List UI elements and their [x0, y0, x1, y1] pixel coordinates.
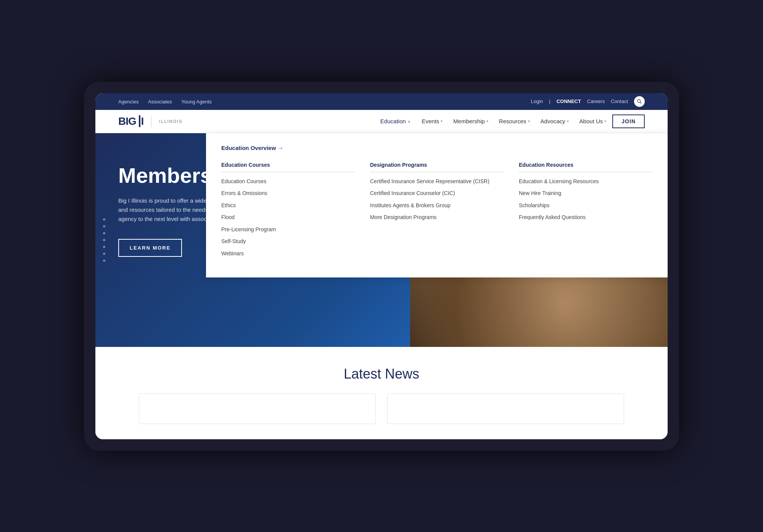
latest-news-section: Latest News	[95, 347, 668, 439]
link-pre-licensing[interactable]: Pre-Licensing Program	[221, 226, 276, 232]
list-item: New Hire Training	[519, 190, 652, 197]
link-webinars[interactable]: Webinars	[221, 250, 244, 256]
utility-divider: |	[549, 98, 550, 104]
dot-1	[103, 218, 105, 221]
dot-7	[103, 260, 105, 262]
utility-link-young-agents[interactable]: Young Agents	[181, 99, 212, 105]
search-button[interactable]	[634, 96, 645, 107]
main-nav: BIG I ILLINOIS Education ▲ Events ▾ Memb…	[95, 110, 668, 133]
utility-link-agencies[interactable]: Agencies	[118, 99, 138, 105]
list-item: Flood	[221, 214, 355, 221]
join-button[interactable]: JOIN	[612, 114, 645, 128]
chevron-down-icon: ▾	[567, 119, 569, 123]
link-self-study[interactable]: Self-Study	[221, 238, 246, 244]
hero-wrapper: Membership benefits. Big I Illinois is p…	[95, 133, 668, 347]
dropdown-col-heading-education-resources: Education Resources	[519, 162, 652, 172]
nav-label-membership: Membership	[453, 118, 485, 124]
link-education-licensing-resources[interactable]: Education & Licensing Resources	[519, 178, 599, 184]
nav-label-about-us: About Us	[579, 118, 603, 124]
link-institutes-agents-brokers[interactable]: Institutes Agents & Brokers Group	[370, 202, 451, 208]
hero-dots	[103, 218, 105, 262]
list-item: Certified Insurance Service Representati…	[370, 178, 504, 185]
link-cic[interactable]: Certified Insurance Counselor (CIC)	[370, 190, 455, 196]
chevron-down-icon: ▾	[528, 119, 530, 123]
list-item: Pre-Licensing Program	[221, 226, 355, 234]
dropdown-col-heading-designation-programs: Designation Programs	[370, 162, 504, 172]
utility-right-links: Login | CONNECT Careers Contact	[531, 96, 645, 107]
dot-5	[103, 246, 105, 248]
utility-link-careers[interactable]: Careers	[587, 98, 605, 104]
nav-links: Education ▲ Events ▾ Membership ▾ Resour…	[376, 114, 645, 128]
nav-item-membership[interactable]: Membership ▾	[449, 115, 493, 127]
news-card-2[interactable]	[387, 393, 624, 424]
education-dropdown: Education Overview → Education Courses E…	[206, 133, 668, 277]
list-item: Ethics	[221, 202, 355, 210]
nav-item-advocacy[interactable]: Advocacy ▾	[536, 115, 573, 127]
utility-link-contact[interactable]: Contact	[611, 98, 628, 104]
designation-programs-list: Certified Insurance Service Representati…	[370, 178, 504, 221]
nav-item-resources[interactable]: Resources ▾	[494, 115, 534, 127]
dropdown-col-education-resources: Education Resources Education & Licensin…	[519, 162, 652, 262]
list-item: Certified Insurance Counselor (CIC)	[370, 190, 504, 197]
svg-line-1	[640, 102, 641, 103]
utility-link-login[interactable]: Login	[531, 98, 543, 104]
news-cards	[118, 393, 645, 424]
list-item: Errors & Omissions	[221, 190, 355, 197]
logo-state: ILLINOIS	[159, 119, 182, 124]
browser-content: Agencies Associates Young Agents Login |…	[95, 93, 668, 439]
dot-6	[103, 253, 105, 255]
utility-left-links: Agencies Associates Young Agents	[118, 98, 219, 105]
education-courses-list: Education Courses Errors & Omissions Eth…	[221, 178, 355, 258]
dropdown-overview-link[interactable]: Education Overview →	[221, 145, 652, 151]
list-item: Education & Licensing Resources	[519, 178, 652, 185]
list-item: Institutes Agents & Brokers Group	[370, 202, 504, 210]
logo-brand: BIG I	[118, 115, 143, 127]
nav-label-resources: Resources	[499, 118, 526, 124]
list-item: More Designation Programs	[370, 214, 504, 221]
dropdown-col-heading-education-courses: Education Courses	[221, 162, 355, 172]
dropdown-col-designation-programs: Designation Programs Certified Insurance…	[370, 162, 504, 262]
nav-item-about-us[interactable]: About Us ▾	[575, 115, 611, 127]
list-item: Scholarships	[519, 202, 652, 210]
chevron-down-icon: ▲	[407, 119, 411, 123]
latest-news-title: Latest News	[118, 366, 645, 382]
nav-label-advocacy: Advocacy	[541, 118, 565, 124]
hero-cta-button[interactable]: LEARN MORE	[118, 239, 182, 257]
dropdown-columns: Education Courses Education Courses Erro…	[221, 162, 652, 262]
chevron-down-icon: ▾	[441, 119, 443, 123]
utility-link-associates[interactable]: Associates	[148, 99, 172, 105]
chevron-down-icon: ▾	[604, 119, 606, 123]
nav-item-education[interactable]: Education ▲	[376, 115, 416, 127]
dot-2	[103, 225, 105, 227]
nav-label-events: Events	[422, 118, 439, 124]
logo[interactable]: BIG I ILLINOIS	[118, 115, 183, 127]
list-item: Frequently Asked Questions	[519, 214, 652, 221]
link-faq[interactable]: Frequently Asked Questions	[519, 214, 586, 220]
device-frame: Agencies Associates Young Agents Login |…	[84, 82, 679, 451]
link-errors-omissions[interactable]: Errors & Omissions	[221, 190, 267, 196]
link-education-courses[interactable]: Education Courses	[221, 178, 266, 184]
link-cisr[interactable]: Certified Insurance Service Representati…	[370, 178, 489, 184]
news-card-1[interactable]	[139, 393, 376, 424]
list-item: Education Courses	[221, 178, 355, 185]
list-item: Webinars	[221, 250, 355, 258]
nav-label-education: Education	[380, 118, 406, 124]
logo-divider	[151, 116, 151, 127]
link-new-hire-training[interactable]: New Hire Training	[519, 190, 561, 196]
list-item: Self-Study	[221, 238, 355, 245]
dot-3	[103, 232, 105, 234]
utility-link-connect[interactable]: CONNECT	[557, 98, 581, 104]
nav-item-events[interactable]: Events ▾	[417, 115, 447, 127]
link-scholarships[interactable]: Scholarships	[519, 202, 549, 208]
link-flood[interactable]: Flood	[221, 214, 235, 220]
dropdown-col-education-courses: Education Courses Education Courses Erro…	[221, 162, 355, 262]
dot-4	[103, 239, 105, 241]
chevron-down-icon: ▾	[486, 119, 488, 123]
utility-bar: Agencies Associates Young Agents Login |…	[95, 93, 668, 110]
link-more-designation-programs[interactable]: More Designation Programs	[370, 214, 436, 220]
link-ethics[interactable]: Ethics	[221, 202, 236, 208]
education-resources-list: Education & Licensing Resources New Hire…	[519, 178, 652, 221]
